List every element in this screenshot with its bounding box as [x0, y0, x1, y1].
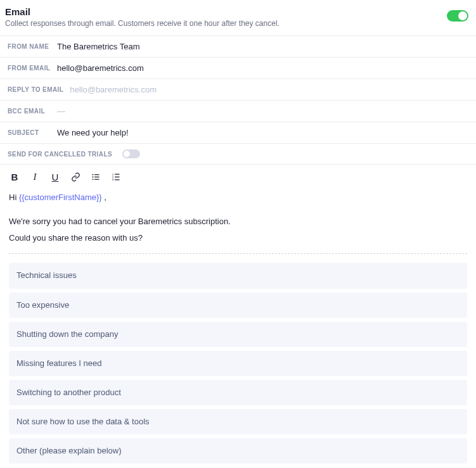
reason-item[interactable]: Technical issues [9, 263, 467, 288]
intro-line-2: Could you share the reason with us? [9, 232, 467, 244]
from-email-value[interactable]: hello@baremetrics.com [57, 63, 468, 73]
email-enabled-toggle[interactable] [447, 10, 468, 22]
from-name-label: FROM NAME [8, 43, 51, 50]
divider-top [9, 253, 467, 254]
reason-list: Technical issues Too expensive Shutting … [9, 263, 467, 464]
from-name-row[interactable]: FROM NAME The Baremetrics Team [0, 35, 476, 57]
svg-point-4 [92, 179, 93, 180]
reply-to-row[interactable]: REPLY TO EMAIL hello@baremetrics.com [0, 79, 476, 100]
reason-item[interactable]: Too expensive [9, 293, 467, 318]
link-button[interactable] [70, 171, 81, 182]
from-email-label: FROM EMAIL [8, 65, 51, 72]
numbered-list-button[interactable]: 1 2 3 [110, 171, 122, 182]
bold-button[interactable]: B [9, 171, 20, 182]
svg-rect-7 [115, 174, 120, 174]
svg-point-2 [92, 176, 93, 177]
send-cancelled-row: SEND FOR CANCELLED TRIALS [0, 143, 476, 165]
send-cancelled-toggle[interactable] [122, 149, 140, 158]
greeting-variable: {{customerFirstName}} [19, 193, 102, 202]
page-title: Email [5, 6, 280, 17]
subject-value[interactable]: We need your help! [57, 128, 468, 137]
from-email-row[interactable]: FROM EMAIL hello@baremetrics.com [0, 57, 476, 79]
subject-label: SUBJECT [8, 129, 51, 136]
from-name-value[interactable]: The Baremetrics Team [57, 42, 468, 51]
greeting-line: Hi {{customerFirstName}} , [9, 191, 467, 204]
bullet-list-button[interactable] [90, 171, 101, 182]
svg-text:3: 3 [112, 177, 113, 180]
svg-rect-11 [115, 179, 120, 180]
reply-to-label: REPLY TO EMAIL [8, 86, 63, 93]
underline-button[interactable]: U [49, 171, 61, 182]
intro-line-1: We're sorry you had to cancel your Barem… [9, 215, 467, 228]
svg-rect-9 [115, 176, 120, 177]
bcc-row[interactable]: BCC EMAIL — [0, 100, 476, 122]
editor-toolbar: B I U 1 2 3 [0, 165, 476, 186]
svg-rect-3 [94, 176, 100, 177]
reason-item[interactable]: Switching to another product [9, 380, 467, 405]
svg-rect-5 [94, 179, 100, 179]
reply-to-placeholder[interactable]: hello@baremetrics.com [70, 85, 468, 94]
italic-button[interactable]: I [29, 171, 41, 182]
reason-item[interactable]: Shutting down the company [9, 322, 467, 347]
reason-item[interactable]: Missing features I need [9, 351, 467, 376]
svg-rect-1 [94, 174, 100, 175]
email-body-editor[interactable]: Hi {{customerFirstName}} , We're sorry y… [0, 186, 476, 468]
bcc-label: BCC EMAIL [8, 108, 51, 115]
numbered-list-icon: 1 2 3 [112, 172, 121, 182]
send-cancelled-label: SEND FOR CANCELLED TRIALS [8, 151, 112, 158]
greeting-suffix: , [102, 193, 106, 202]
greeting-prefix: Hi [9, 193, 19, 202]
link-icon [71, 172, 80, 182]
reason-item[interactable]: Other (please explain below) [9, 438, 467, 464]
bcc-value[interactable]: — [57, 106, 468, 116]
reason-item[interactable]: Not sure how to use the data & tools [9, 409, 467, 434]
page-subtitle: Collect responses through email. Custome… [5, 19, 280, 28]
svg-point-0 [92, 174, 93, 175]
bullet-list-icon [91, 172, 101, 182]
subject-row[interactable]: SUBJECT We need your help! [0, 122, 476, 143]
